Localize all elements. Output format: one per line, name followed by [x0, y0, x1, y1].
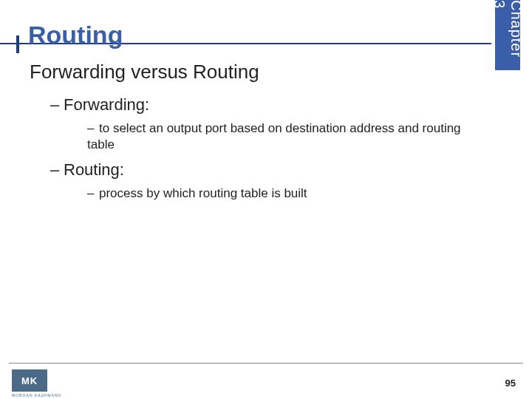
subheading: Forwarding versus Routing — [30, 61, 488, 83]
bullet-label: Forwarding: — [64, 95, 149, 114]
dash-icon: – — [50, 160, 64, 180]
title-tick — [16, 35, 19, 53]
footer-divider — [9, 363, 523, 364]
title-bar: Routing — [0, 15, 532, 44]
publisher-name: MORGAN KAUFMANN — [12, 393, 61, 398]
dash-icon: – — [87, 120, 99, 137]
subbullet-forwarding: –to select an output port based on desti… — [87, 120, 486, 153]
bullet-label: Routing: — [64, 160, 124, 179]
publisher-logo: MK — [12, 369, 47, 392]
bullet-forwarding: –Forwarding: — [50, 95, 488, 115]
content-area: Forwarding versus Routing –Forwarding: –… — [30, 61, 488, 209]
logo-initials: MK — [21, 375, 38, 386]
bullet-routing: –Routing: — [50, 160, 488, 180]
subbullet-routing: –process by which routing table is built — [87, 185, 486, 202]
subbullet-text: process by which routing table is built — [99, 186, 307, 200]
slide: Chapter 3 Routing Forwarding versus Rout… — [0, 0, 532, 399]
dash-icon: – — [50, 95, 64, 115]
subbullet-text: to select an output port based on destin… — [87, 121, 461, 151]
page-number: 95 — [505, 378, 516, 389]
slide-title: Routing — [28, 21, 123, 50]
dash-icon: – — [87, 185, 99, 202]
